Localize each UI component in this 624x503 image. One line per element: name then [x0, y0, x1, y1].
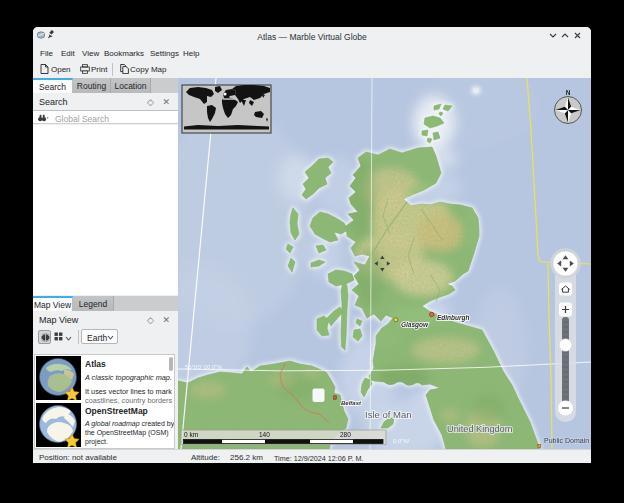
svg-text:280: 280 — [340, 431, 351, 438]
svg-text:140: 140 — [259, 431, 270, 438]
svg-text:Edinburgh: Edinburgh — [437, 314, 470, 322]
svg-text:Belfast: Belfast — [341, 400, 362, 406]
svg-text:0.0"W: 0.0"W — [393, 438, 409, 444]
svg-text:Public Domain: Public Domain — [544, 437, 589, 444]
svg-text:Isle of Man: Isle of Man — [365, 409, 411, 420]
svg-text:Glasgow: Glasgow — [401, 321, 429, 329]
svg-text:United Kingdom: United Kingdom — [447, 424, 513, 434]
svg-text:N: N — [566, 89, 571, 96]
svg-text:0 km: 0 km — [184, 431, 198, 438]
svg-text:55°00' 00.0"N: 55°00' 00.0"N — [185, 364, 222, 370]
